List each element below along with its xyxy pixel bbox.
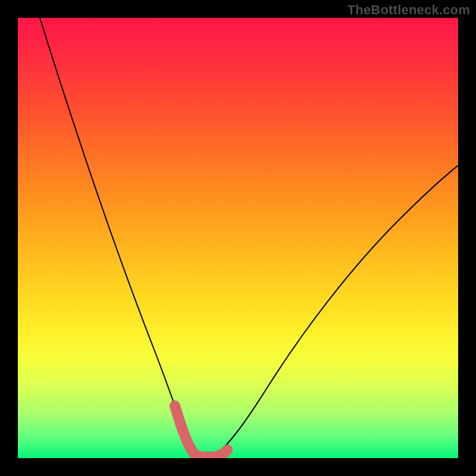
bottleneck-curve <box>40 18 458 457</box>
curve-layer <box>18 18 458 458</box>
watermark-text: TheBottleneck.com <box>347 2 470 18</box>
optimal-range-marker <box>175 406 227 457</box>
chart-frame: TheBottleneck.com <box>0 0 476 476</box>
plot-area <box>18 18 458 458</box>
